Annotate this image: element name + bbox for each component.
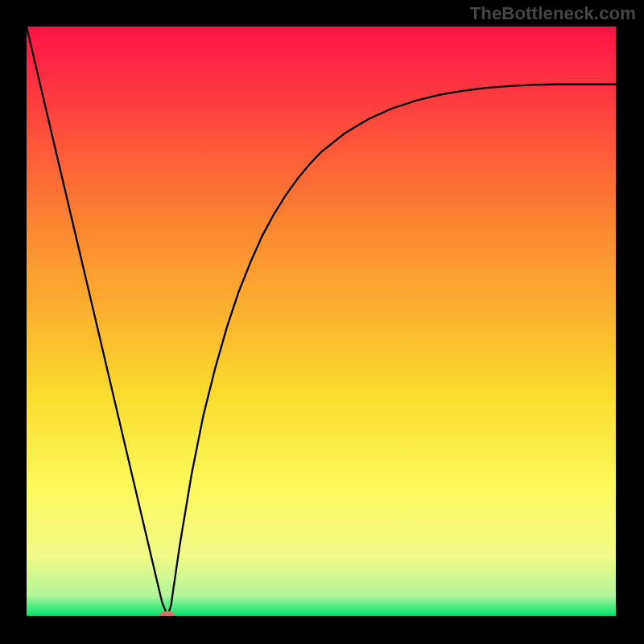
chart-frame: TheBottleneck.com — [0, 0, 644, 644]
gradient-background — [27, 27, 616, 616]
chart-canvas — [27, 27, 616, 616]
watermark-label: TheBottleneck.com — [470, 3, 636, 24]
plot-area — [27, 27, 616, 616]
